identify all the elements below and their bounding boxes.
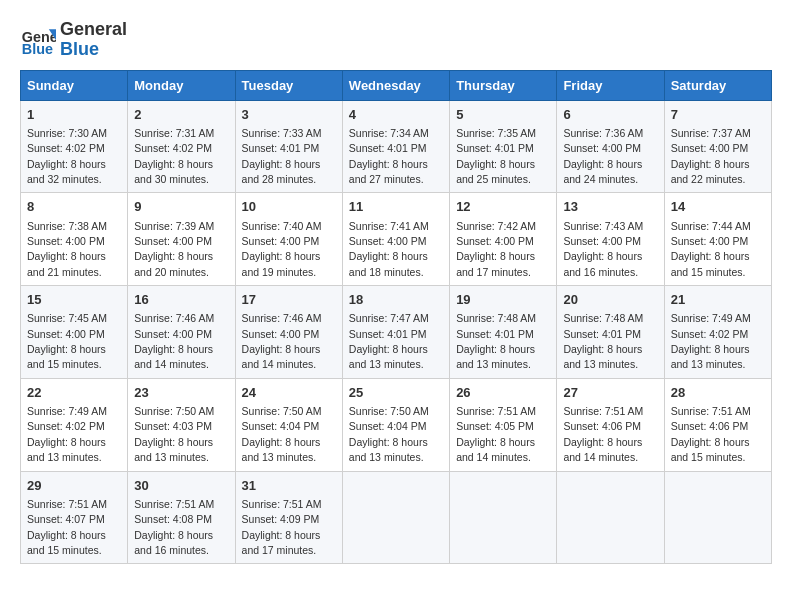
calendar-cell: 22Sunrise: 7:49 AMSunset: 4:02 PMDayligh… xyxy=(21,378,128,471)
calendar-cell: 2Sunrise: 7:31 AMSunset: 4:02 PMDaylight… xyxy=(128,100,235,193)
calendar-cell: 23Sunrise: 7:50 AMSunset: 4:03 PMDayligh… xyxy=(128,378,235,471)
calendar-cell: 27Sunrise: 7:51 AMSunset: 4:06 PMDayligh… xyxy=(557,378,664,471)
calendar-cell xyxy=(557,471,664,564)
calendar-cell xyxy=(342,471,449,564)
calendar-cell: 15Sunrise: 7:45 AMSunset: 4:00 PMDayligh… xyxy=(21,286,128,379)
page-header: General Blue General Blue xyxy=(20,20,772,60)
weekday-header: Tuesday xyxy=(235,70,342,100)
logo-icon: General Blue xyxy=(20,22,56,58)
calendar-cell xyxy=(450,471,557,564)
calendar-cell: 28Sunrise: 7:51 AMSunset: 4:06 PMDayligh… xyxy=(664,378,771,471)
calendar-cell: 11Sunrise: 7:41 AMSunset: 4:00 PMDayligh… xyxy=(342,193,449,286)
calendar-table: SundayMondayTuesdayWednesdayThursdayFrid… xyxy=(20,70,772,565)
calendar-cell: 9Sunrise: 7:39 AMSunset: 4:00 PMDaylight… xyxy=(128,193,235,286)
weekday-header: Wednesday xyxy=(342,70,449,100)
calendar-cell: 16Sunrise: 7:46 AMSunset: 4:00 PMDayligh… xyxy=(128,286,235,379)
calendar-cell xyxy=(664,471,771,564)
calendar-cell: 10Sunrise: 7:40 AMSunset: 4:00 PMDayligh… xyxy=(235,193,342,286)
weekday-header: Monday xyxy=(128,70,235,100)
calendar-cell: 12Sunrise: 7:42 AMSunset: 4:00 PMDayligh… xyxy=(450,193,557,286)
calendar-cell: 29Sunrise: 7:51 AMSunset: 4:07 PMDayligh… xyxy=(21,471,128,564)
calendar-cell: 5Sunrise: 7:35 AMSunset: 4:01 PMDaylight… xyxy=(450,100,557,193)
calendar-cell: 20Sunrise: 7:48 AMSunset: 4:01 PMDayligh… xyxy=(557,286,664,379)
calendar-cell: 14Sunrise: 7:44 AMSunset: 4:00 PMDayligh… xyxy=(664,193,771,286)
calendar-cell: 3Sunrise: 7:33 AMSunset: 4:01 PMDaylight… xyxy=(235,100,342,193)
calendar-cell: 1Sunrise: 7:30 AMSunset: 4:02 PMDaylight… xyxy=(21,100,128,193)
calendar-cell: 21Sunrise: 7:49 AMSunset: 4:02 PMDayligh… xyxy=(664,286,771,379)
calendar-cell: 7Sunrise: 7:37 AMSunset: 4:00 PMDaylight… xyxy=(664,100,771,193)
calendar-cell: 31Sunrise: 7:51 AMSunset: 4:09 PMDayligh… xyxy=(235,471,342,564)
svg-text:Blue: Blue xyxy=(22,41,53,57)
calendar-cell: 4Sunrise: 7:34 AMSunset: 4:01 PMDaylight… xyxy=(342,100,449,193)
calendar-cell: 26Sunrise: 7:51 AMSunset: 4:05 PMDayligh… xyxy=(450,378,557,471)
weekday-header: Thursday xyxy=(450,70,557,100)
calendar-cell: 30Sunrise: 7:51 AMSunset: 4:08 PMDayligh… xyxy=(128,471,235,564)
calendar-cell: 6Sunrise: 7:36 AMSunset: 4:00 PMDaylight… xyxy=(557,100,664,193)
calendar-cell: 13Sunrise: 7:43 AMSunset: 4:00 PMDayligh… xyxy=(557,193,664,286)
calendar-cell: 19Sunrise: 7:48 AMSunset: 4:01 PMDayligh… xyxy=(450,286,557,379)
logo: General Blue General Blue xyxy=(20,20,127,60)
calendar-cell: 18Sunrise: 7:47 AMSunset: 4:01 PMDayligh… xyxy=(342,286,449,379)
weekday-header: Sunday xyxy=(21,70,128,100)
weekday-header: Saturday xyxy=(664,70,771,100)
calendar-cell: 25Sunrise: 7:50 AMSunset: 4:04 PMDayligh… xyxy=(342,378,449,471)
calendar-cell: 24Sunrise: 7:50 AMSunset: 4:04 PMDayligh… xyxy=(235,378,342,471)
calendar-cell: 8Sunrise: 7:38 AMSunset: 4:00 PMDaylight… xyxy=(21,193,128,286)
weekday-header: Friday xyxy=(557,70,664,100)
calendar-cell: 17Sunrise: 7:46 AMSunset: 4:00 PMDayligh… xyxy=(235,286,342,379)
